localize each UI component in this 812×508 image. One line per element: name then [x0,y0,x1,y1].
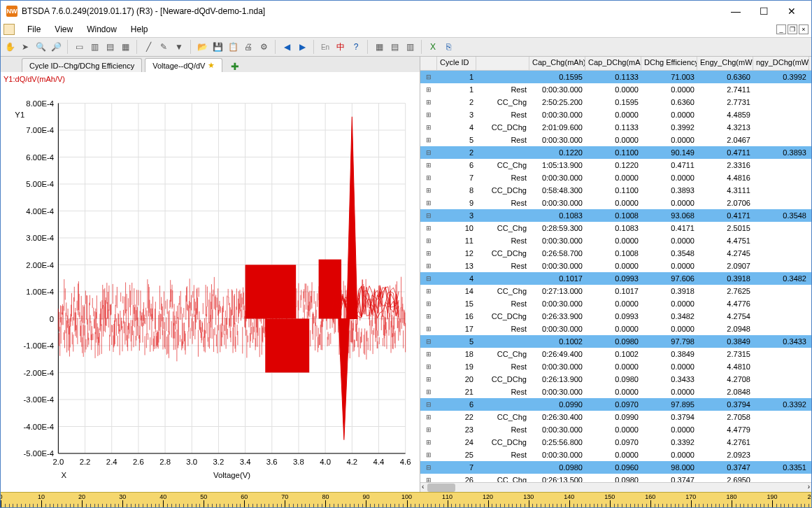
help-query-icon[interactable]: ? [350,41,362,53]
menu-window[interactable]: Window [80,23,124,36]
expand-icon[interactable]: ⊞ [420,250,437,257]
scrollbar-thumb[interactable] [427,484,455,492]
nav-back-icon[interactable]: ◀ [280,41,293,53]
expand-icon[interactable]: ⊞ [420,351,437,358]
layout-3-icon[interactable]: ▤ [104,41,116,53]
step-row[interactable]: ⊞ 19Rest 0:00:30.0000.0000 0.00004.4810 [420,360,811,373]
cycle-summary-row[interactable]: ⊟ 6 0.09900.0970 97.8950.3794 0.3392 [420,398,811,411]
step-row[interactable]: ⊞ 1Rest 0:00:30.0000.0000 0.00002.7411 [420,83,811,96]
step-row[interactable]: ⊞ 10CC_Chg 0:28:59.3000.1083 0.41712.501… [420,222,811,234]
expand-icon[interactable]: ⊞ [420,136,437,143]
menu-file[interactable]: File [20,23,48,36]
expand-icon[interactable]: ⊞ [420,426,437,433]
step-row[interactable]: ⊞ 22CC_Chg 0:26:30.4000.0990 0.37942.705… [420,411,811,423]
expand-icon[interactable]: ⊞ [420,124,437,131]
expand-icon[interactable]: ⊞ [420,477,437,482]
col-cap-chg[interactable]: Cap_Chg(mAh) [529,57,585,70]
step-row[interactable]: ⊞ 18CC_Chg 0:26:49.4000.1002 0.38492.731… [420,348,811,360]
step-row[interactable]: ⊞ 20CC_DChg 0:26:13.9000.0980 0.34334.27… [420,373,811,386]
expand-icon[interactable]: ⊞ [420,111,437,118]
expand-icon[interactable]: ⊞ [420,199,437,206]
step-row[interactable]: ⊞ 6CC_Chg 1:05:13.9000.1220 0.47112.3316 [420,159,811,171]
export-data-icon[interactable]: ⎘ [442,41,455,53]
menu-help[interactable]: Help [124,23,155,36]
col-cap-dchg[interactable]: Cap_DChg(mAh) [585,57,641,70]
expand-icon[interactable]: ⊞ [420,414,437,421]
mdi-restore-button[interactable]: ❐ [788,24,797,34]
col-dchg-eff[interactable]: DChg Efficiency [641,57,697,70]
col-engy-chg[interactable]: Engy_Chg(mWh) [697,57,753,70]
collapse-icon[interactable]: ⊟ [420,73,437,80]
mdi-minimize-button[interactable]: _ [776,24,786,34]
draw-line-icon[interactable]: ╱ [142,41,155,53]
expand-icon[interactable]: ⊞ [420,187,437,194]
expand-icon[interactable]: ⊞ [420,162,437,169]
add-tab-button[interactable]: ✚ [225,61,245,72]
grid-style-1-icon[interactable]: ▦ [373,41,385,53]
chart-area[interactable]: Y1:dQ/dV(mAh/V) 2.02.22.42.62.83.03.23.4… [1,72,420,492]
pointer-tool-icon[interactable]: ➤ [19,41,31,53]
step-row[interactable]: ⊞ 24CC_DChg 0:25:56.8000.0970 0.33924.27… [420,436,811,449]
mdi-close-button[interactable]: × [799,24,809,34]
window-maximize-button[interactable]: ☐ [750,1,778,21]
zoom-out-icon[interactable]: 🔎 [50,41,62,53]
save-icon[interactable]: 💾 [211,41,224,53]
step-row[interactable]: ⊞ 12CC_DChg 0:26:58.7000.1008 0.35484.27… [420,247,811,260]
col-engy-dchg[interactable]: ngy_DChg(mWh) [753,57,809,70]
grid-style-2-icon[interactable]: ▤ [388,41,401,53]
cycle-summary-row[interactable]: ⊟ 1 0.15950.1133 71.0030.6360 0.3992 [420,71,811,83]
cycle-summary-row[interactable]: ⊟ 5 0.10020.0980 97.7980.3849 0.3433 [420,335,811,348]
expand-icon[interactable]: ⊞ [420,325,437,332]
expand-icon[interactable]: ⊞ [420,237,437,244]
step-row[interactable]: ⊞ 13Rest 0:00:30.0000.0000 0.00002.0907 [420,260,811,272]
open-folder-icon[interactable]: 📂 [196,41,208,53]
expand-icon[interactable]: ⊞ [420,99,437,106]
horizontal-scrollbar[interactable]: ‹ › [420,482,811,492]
step-row[interactable]: ⊞ 9Rest 0:00:30.0000.0000 0.00002.0706 [420,197,811,209]
grid-body[interactable]: ⊟ 1 0.15950.1133 71.0030.6360 0.3992⊞ 1R… [420,71,811,482]
cycle-summary-row[interactable]: ⊟ 2 0.12200.1100 90.1490.4711 0.3893 [420,146,811,159]
export-excel-icon[interactable]: X [427,41,439,53]
step-row[interactable]: ⊞ 15Rest 0:00:30.0000.0000 0.00004.4776 [420,297,811,310]
settings-gear-icon[interactable]: ⚙ [257,41,270,53]
layout-4-icon[interactable]: ▦ [119,41,131,53]
copy-icon[interactable]: 📋 [227,41,239,53]
layout-2-icon[interactable]: ▥ [88,41,101,53]
cn-language-icon[interactable]: 中 [334,41,347,53]
zoom-in-icon[interactable]: 🔍 [34,41,47,53]
collapse-icon[interactable]: ⊟ [420,401,437,408]
grid-style-3-icon[interactable]: ▥ [404,41,416,53]
expand-icon[interactable]: ⊞ [420,174,437,181]
step-row[interactable]: ⊞ 17Rest 0:00:30.0000.0000 0.00002.0948 [420,323,811,335]
step-row[interactable]: ⊞ 25Rest 0:00:30.0000.0000 0.00002.0923 [420,449,811,461]
expand-icon[interactable]: ⊞ [420,313,437,320]
favorite-star-icon[interactable]: ★ [208,61,215,70]
expand-icon[interactable]: ⊞ [420,376,437,383]
expand-icon[interactable]: ⊞ [420,86,437,93]
step-row[interactable]: ⊞ 7Rest 0:00:30.0000.0000 0.00004.4816 [420,171,811,184]
marker-icon[interactable]: ✎ [157,41,170,53]
expand-icon[interactable]: ⊞ [420,388,437,395]
expand-icon[interactable]: ⊞ [420,288,437,295]
step-row[interactable]: ⊞ 3Rest 0:00:30.0000.0000 0.00004.4859 [420,108,811,121]
tab-voltage-dqdv[interactable]: Voltage--dQ/dV★ [145,58,222,72]
expand-icon[interactable]: ⊞ [420,439,437,446]
step-row[interactable]: ⊞ 23Rest 0:00:30.0000.0000 0.00004.4779 [420,423,811,436]
collapse-icon[interactable]: ⊟ [420,338,437,345]
collapse-icon[interactable]: ⊟ [420,464,437,471]
layout-1-icon[interactable]: ▭ [73,41,85,53]
cycle-summary-row[interactable]: ⊟ 4 0.10170.0993 97.6060.3918 0.3482 [420,272,811,285]
filter-icon[interactable]: ▼ [173,41,185,53]
window-close-button[interactable]: ✕ [778,1,806,21]
expand-icon[interactable]: ⊞ [420,225,437,232]
col-cycle-id[interactable]: Cycle ID [437,57,476,70]
collapse-icon[interactable]: ⊟ [420,149,437,156]
step-row[interactable]: ⊞ 26CC_Chg 0:26:13.5000.0980 0.37472.695… [420,474,811,482]
expand-icon[interactable]: ⊞ [420,363,437,370]
step-row[interactable]: ⊞ 11Rest 0:00:30.0000.0000 0.00004.4751 [420,234,811,247]
expand-icon[interactable]: ⊞ [420,451,437,458]
tab-cycle-efficiency[interactable]: Cycle ID--Chg/DChg Efficiency [22,58,142,72]
step-row[interactable]: ⊞ 16CC_DChg 0:26:33.9000.0993 0.34824.27… [420,310,811,323]
hand-tool-icon[interactable]: ✋ [3,41,16,53]
chart-plot[interactable]: 2.02.22.42.62.83.03.23.43.63.84.04.24.44… [8,89,413,489]
